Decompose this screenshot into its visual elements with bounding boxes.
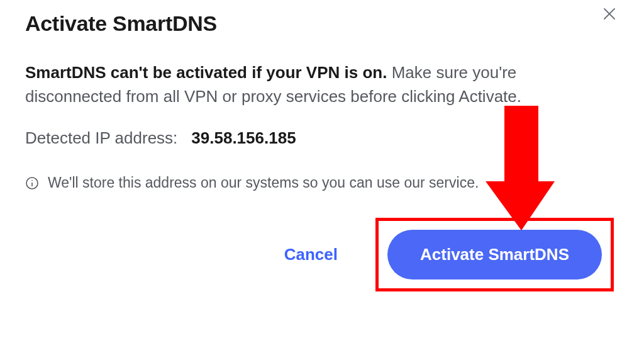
info-text: We'll store this address on our systems … [48, 174, 479, 191]
annotation-highlight-box: Activate SmartDNS [375, 218, 614, 291]
dialog-actions: Cancel Activate SmartDNS [25, 218, 619, 291]
detected-ip-label: Detected IP address: [25, 128, 177, 148]
detected-ip-value: 39.58.156.185 [191, 128, 296, 148]
svg-point-4 [31, 180, 33, 181]
activate-smartdns-button[interactable]: Activate SmartDNS [387, 230, 602, 279]
close-button[interactable] [599, 4, 620, 25]
info-icon [25, 176, 39, 190]
activate-smartdns-dialog: Activate SmartDNS SmartDNS can't be acti… [0, 0, 644, 291]
detected-ip-row: Detected IP address: 39.58.156.185 [25, 128, 619, 148]
close-icon [602, 7, 616, 23]
body-emphasis-text: SmartDNS can't be activated if your VPN … [25, 63, 387, 82]
cancel-button[interactable]: Cancel [284, 245, 338, 264]
info-row: We'll store this address on our systems … [25, 174, 619, 191]
dialog-body: SmartDNS can't be activated if your VPN … [25, 61, 591, 108]
dialog-title: Activate SmartDNS [25, 11, 619, 36]
